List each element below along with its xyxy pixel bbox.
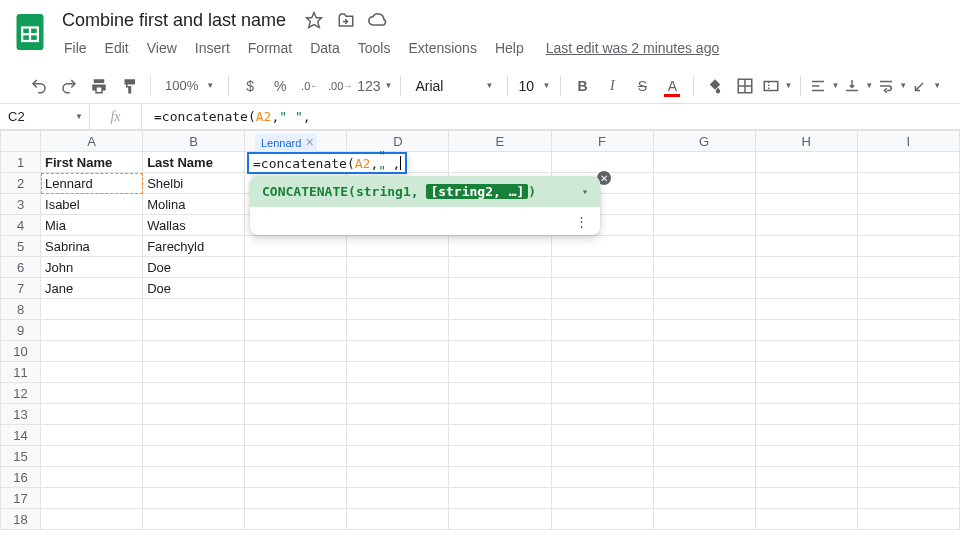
cell[interactable] <box>143 446 245 467</box>
text-rotation-button[interactable]: ▼ <box>911 73 941 99</box>
cell[interactable] <box>41 299 143 320</box>
cell[interactable] <box>857 362 959 383</box>
cell[interactable] <box>245 341 347 362</box>
cell[interactable] <box>857 488 959 509</box>
formula-bar[interactable]: =concatenate(A2," ", <box>142 109 960 124</box>
cell[interactable] <box>857 404 959 425</box>
row-header[interactable]: 12 <box>1 383 41 404</box>
cell-editor[interactable]: =concatenate(A2," ", <box>247 152 407 174</box>
dec-decimal-button[interactable]: .0← <box>297 73 323 99</box>
cell[interactable] <box>857 341 959 362</box>
row-header[interactable]: 18 <box>1 509 41 530</box>
cell[interactable] <box>143 404 245 425</box>
fill-color-button[interactable] <box>702 73 728 99</box>
menu-format[interactable]: Format <box>240 36 300 60</box>
cell[interactable] <box>245 404 347 425</box>
cell[interactable] <box>857 257 959 278</box>
cell[interactable] <box>551 236 653 257</box>
row-header-4[interactable]: 4 <box>1 215 41 236</box>
cell[interactable] <box>857 152 959 173</box>
cell[interactable] <box>449 425 551 446</box>
font-size-select[interactable]: 10▼ <box>516 78 552 94</box>
cell[interactable] <box>755 467 857 488</box>
cell[interactable]: Wallas <box>143 215 245 236</box>
cell[interactable] <box>755 152 857 173</box>
row-header[interactable]: 10 <box>1 341 41 362</box>
cell[interactable]: Doe <box>143 257 245 278</box>
menu-tools[interactable]: Tools <box>350 36 399 60</box>
cell[interactable] <box>551 446 653 467</box>
menu-data[interactable]: Data <box>302 36 348 60</box>
cell[interactable] <box>245 446 347 467</box>
cell[interactable] <box>41 404 143 425</box>
cell[interactable] <box>347 362 449 383</box>
chevron-down-icon[interactable]: ▾ <box>582 186 588 197</box>
col-header-I[interactable]: I <box>857 131 959 152</box>
doc-title[interactable]: Combine first and last name <box>56 8 292 33</box>
cell[interactable] <box>449 257 551 278</box>
redo-button[interactable] <box>56 73 82 99</box>
cell[interactable] <box>653 404 755 425</box>
cell[interactable] <box>449 341 551 362</box>
cell[interactable] <box>143 467 245 488</box>
cell[interactable]: Doe <box>143 278 245 299</box>
cell[interactable] <box>653 488 755 509</box>
cell[interactable] <box>653 257 755 278</box>
cell[interactable] <box>41 467 143 488</box>
cell[interactable]: Farechyld <box>143 236 245 257</box>
cell[interactable] <box>245 509 347 530</box>
cell[interactable] <box>857 299 959 320</box>
cell[interactable] <box>449 362 551 383</box>
cell[interactable] <box>857 320 959 341</box>
cell[interactable] <box>551 509 653 530</box>
cell[interactable] <box>143 383 245 404</box>
cell[interactable] <box>245 383 347 404</box>
cell[interactable] <box>857 215 959 236</box>
col-header-H[interactable]: H <box>755 131 857 152</box>
row-header[interactable]: 8 <box>1 299 41 320</box>
cell[interactable] <box>449 467 551 488</box>
cell[interactable] <box>245 362 347 383</box>
cell[interactable] <box>755 509 857 530</box>
zoom-select[interactable]: 100%▼ <box>159 78 220 93</box>
cell[interactable] <box>551 320 653 341</box>
cell[interactable]: Molina <box>143 194 245 215</box>
cell[interactable] <box>857 278 959 299</box>
cell[interactable] <box>347 257 449 278</box>
cell[interactable] <box>551 488 653 509</box>
col-header-E[interactable]: E <box>449 131 551 152</box>
cell[interactable] <box>347 446 449 467</box>
cell[interactable] <box>449 404 551 425</box>
cell-B2[interactable]: Shelbi <box>143 173 245 194</box>
cell[interactable] <box>653 425 755 446</box>
cell[interactable] <box>245 278 347 299</box>
cell[interactable] <box>41 320 143 341</box>
cell[interactable] <box>653 236 755 257</box>
cell[interactable]: Sabrina <box>41 236 143 257</box>
cell[interactable] <box>347 341 449 362</box>
cell[interactable]: First Name <box>41 152 143 173</box>
col-header-D[interactable]: D <box>347 131 449 152</box>
cell[interactable] <box>143 341 245 362</box>
cell[interactable] <box>755 257 857 278</box>
borders-button[interactable] <box>732 73 758 99</box>
cell[interactable] <box>449 299 551 320</box>
number-format-select[interactable]: 123▼ <box>357 73 392 99</box>
menu-insert[interactable]: Insert <box>187 36 238 60</box>
row-header-7[interactable]: 7 <box>1 278 41 299</box>
cell[interactable] <box>551 383 653 404</box>
cell[interactable] <box>245 320 347 341</box>
cell[interactable] <box>653 341 755 362</box>
cell[interactable]: Mia <box>41 215 143 236</box>
cell[interactable] <box>755 425 857 446</box>
cell[interactable] <box>653 299 755 320</box>
cell[interactable] <box>449 152 551 173</box>
cell[interactable] <box>449 446 551 467</box>
cell[interactable] <box>653 383 755 404</box>
cell[interactable] <box>755 404 857 425</box>
row-header-5[interactable]: 5 <box>1 236 41 257</box>
cell[interactable] <box>449 320 551 341</box>
cell[interactable] <box>449 236 551 257</box>
cell[interactable] <box>653 362 755 383</box>
cell[interactable] <box>41 362 143 383</box>
